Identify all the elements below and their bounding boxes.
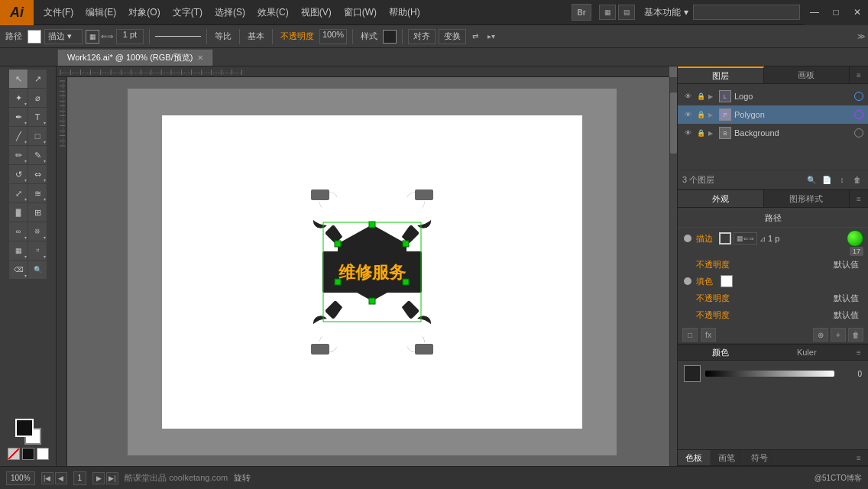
layer-lock-logo[interactable]: 🔒 [696,92,705,101]
menu-text[interactable]: 文字(T) [167,0,209,24]
layer-visibility-logo[interactable]: 👁 [682,91,693,102]
stroke-color-swatch[interactable] [28,30,41,44]
first-page-btn[interactable]: |◀ [41,472,53,484]
scale-tool[interactable]: ⤢ ▾ [9,184,28,202]
layer-visibility-polygon[interactable]: 👁 [682,109,693,120]
new-item-btn[interactable]: □ [682,328,698,342]
align-button[interactable]: 对齐 [408,29,436,44]
tab-appearance[interactable]: 外观 [678,190,764,207]
scroll-thumb-v[interactable] [670,92,677,154]
blend-tool[interactable]: ∞ ▾ [9,222,28,241]
stroke-type-selector[interactable]: ▦ ⇐⇒ [734,232,757,244]
magic-wand-tool[interactable]: ✦ ▾ [9,89,28,107]
black-swatch[interactable] [22,448,34,460]
menu-help[interactable]: 帮助(H) [383,0,426,24]
white-swatch[interactable] [37,448,49,460]
delete-layer-btn[interactable]: 🗑 [851,173,863,186]
lasso-tool[interactable]: ⌀ [28,89,47,107]
tab-layers[interactable]: 图层 [678,66,764,83]
style-swatch[interactable] [383,30,397,44]
green-color-indicator[interactable] [847,230,863,247]
menu-effect[interactable]: 效果(C) [251,0,295,24]
slice-tool[interactable]: ⌗ ▾ [28,241,47,260]
new-layer-btn[interactable]: 📄 [821,173,833,186]
gradient-tool[interactable]: ▓ [9,203,28,222]
stroke-type-btn[interactable]: ▦ [86,30,99,44]
rotate-tool[interactable]: ↺ ▾ [9,165,28,183]
transform-button[interactable]: 变换 [439,29,466,44]
kuler-menu-btn[interactable]: ≡ [850,345,868,360]
shape-tool[interactable]: □ ▾ [28,127,47,145]
search-layer-btn[interactable]: 🔍 [805,173,818,186]
eraser-tool[interactable]: ⌫ ▾ [9,261,28,279]
tab-close-btn[interactable]: ✕ [197,53,203,62]
direct-select-tool[interactable]: ↗ [28,70,47,88]
menu-object[interactable]: 对象(O) [122,0,166,24]
more-options[interactable]: ▸▾ [484,32,498,40]
view-btn-2[interactable]: ▤ [618,5,635,20]
stroke-width-input[interactable]: 1 pt [116,29,144,44]
layer-item-background[interactable]: 👁 🔒 ▶ B Background [678,124,868,142]
tab-swatches[interactable]: 色板 [678,450,711,465]
clip-btn[interactable]: ⊕ [813,328,828,342]
tab-artboard[interactable]: 画板 [764,66,850,83]
layer-expand-logo[interactable]: ▶ [708,93,716,100]
page-indicator[interactable]: 1 [73,471,87,485]
tab-symbols[interactable]: 符号 [743,450,776,465]
maximize-button[interactable]: □ [825,0,847,25]
move-layer-btn[interactable]: ↕ [836,173,848,186]
prev-page-btn[interactable]: ◀ [55,472,67,484]
stroke-dropdown[interactable]: 描边 ▾ [44,29,83,44]
layer-item-logo[interactable]: 👁 🔒 ▶ L Logo [678,87,868,105]
fg-color-swatch[interactable] [684,365,701,382]
next-page-btn[interactable]: ▶ [92,472,105,484]
layer-lock-polygon[interactable]: 🔒 [696,110,705,119]
warp-tool[interactable]: ≋ ▾ [28,184,47,202]
panel-options-btn[interactable]: ≫ [857,32,865,40]
column-chart-tool[interactable]: ▦ ▾ [9,241,28,260]
workspace-selector[interactable]: 基本功能 ▾ [640,6,693,19]
opacity-input[interactable]: 100% [319,29,347,44]
close-button[interactable]: ✕ [847,0,868,25]
menu-view[interactable]: 视图(V) [295,0,338,24]
menu-select[interactable]: 选择(S) [209,0,251,24]
delete-item-btn[interactable]: 🗑 [848,328,863,342]
search-input[interactable] [693,5,800,20]
tab-graphic-styles[interactable]: 图形样式 [764,190,850,207]
foreground-color[interactable] [15,419,34,437]
panel-menu-btn[interactable]: ≡ [850,66,868,83]
layer-visibility-bg[interactable]: 👁 [682,128,693,138]
fx-btn[interactable]: fx [701,328,716,342]
active-tab[interactable]: Work126.ai* @ 100% (RGB/预览) ✕ [57,49,213,66]
view-btn-1[interactable]: ▦ [599,5,616,20]
none-swatch[interactable] [8,448,20,460]
stroke-swatch-outline[interactable] [719,232,731,244]
menu-file[interactable]: 文件(F) [37,0,79,24]
bridge-button[interactable]: Br [572,4,591,21]
reflect-tool[interactable]: ⇔ ▾ [28,165,47,183]
last-page-btn[interactable]: ▶| [106,472,118,484]
zoom-tool[interactable]: 🔍 [28,261,47,279]
fill-color-swatch[interactable] [721,275,733,287]
tab-color[interactable]: 颜色 [678,345,764,360]
pencil-tool[interactable]: ✎ ▾ [28,146,47,164]
stroke-visibility-btn[interactable] [682,233,693,244]
zoom-indicator[interactable]: 100% [6,471,35,485]
fill-visibility-btn[interactable] [682,276,693,287]
transform-icon[interactable]: ⇄ [469,32,481,40]
add-item-btn[interactable]: + [831,328,846,342]
mesh-tool[interactable]: ⊞ [28,203,47,222]
color-slider-1[interactable] [705,371,834,377]
layer-expand-polygon[interactable]: ▶ [708,112,716,118]
tab-brushes[interactable]: 画笔 [711,450,743,465]
layer-lock-bg[interactable]: 🔒 [696,128,705,138]
minimize-button[interactable]: — [804,0,825,25]
canvas-area[interactable]: |.....|.....|.....|.....|.....|.....|...… [57,66,677,466]
layer-item-polygon[interactable]: 👁 🔒 ▶ P Polygon [678,105,868,124]
selection-tool[interactable]: ↖ [9,70,28,88]
line-tool[interactable]: ╱ ▾ [9,127,28,145]
pen-tool[interactable]: ✒ ▾ [9,108,28,126]
menu-edit[interactable]: 编辑(E) [79,0,122,24]
fg-bg-swatches[interactable] [15,419,41,445]
symbol-tool[interactable]: ❊ ▾ [28,222,47,241]
